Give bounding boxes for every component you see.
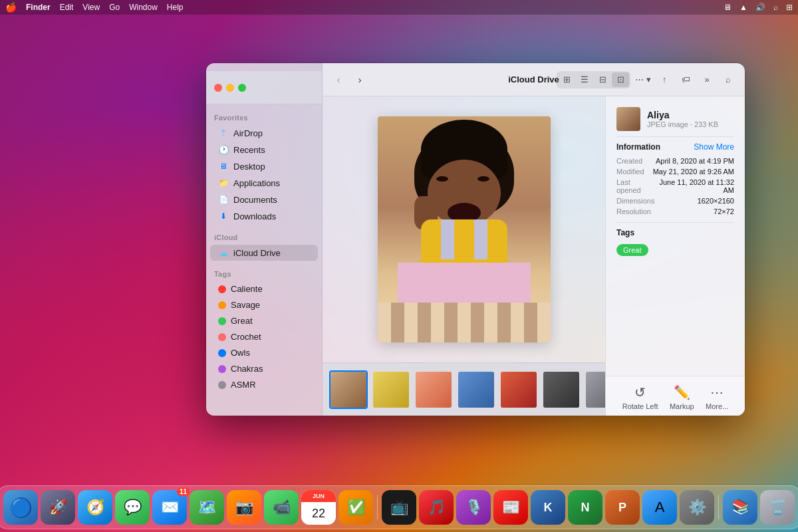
mail-badge: 11 [177, 487, 190, 496]
thumbnail-4[interactable] [499, 370, 538, 409]
back-button[interactable]: ‹ [331, 72, 346, 88]
thumbnail-0[interactable] [329, 370, 368, 409]
photo-image [378, 116, 551, 342]
dock-messages[interactable]: 💬 [115, 490, 150, 525]
control-center-icon[interactable]: ⊞ [786, 3, 793, 12]
traffic-lights [214, 84, 246, 92]
dock-photos[interactable]: 📷 [227, 490, 261, 525]
sidebar-item-downloads[interactable]: ⬇ Downloads [210, 208, 318, 224]
dock-facetime[interactable]: 📹 [264, 490, 299, 525]
dock-mail[interactable]: ✉️ 11 [152, 490, 187, 525]
airdrop-icon: ⇡ [218, 128, 229, 138]
dock-numbers[interactable]: N [568, 490, 602, 525]
dock-finder[interactable]: 🔵 [3, 490, 38, 525]
main-photo-preview[interactable] [378, 116, 551, 342]
sidebar-tag-owls[interactable]: Owls [210, 345, 318, 360]
gallery-view-btn[interactable]: ⊡ [612, 72, 629, 87]
info-section-header: Information Show More [616, 142, 734, 152]
dock-stack[interactable]: 📚 [723, 490, 757, 525]
sort-btn[interactable]: ⋯ ▾ [634, 72, 652, 87]
sidebar-tag-chakras[interactable]: Chakras [210, 361, 318, 376]
dock-keynote[interactable]: K [531, 490, 565, 525]
icloud-section-label: iCloud [206, 229, 322, 244]
file-thumbnail [616, 107, 640, 131]
dock-reminders[interactable]: ✅ [338, 490, 373, 525]
share-btn[interactable]: ↑ [656, 72, 673, 87]
finder-sidebar: Favorites ⇡ AirDrop 🕐 Recents 🖥 Desktop … [206, 63, 323, 416]
sidebar-item-icloud-drive[interactable]: ☁ iCloud Drive [210, 245, 318, 261]
markup-btn[interactable]: ✏️ Markup [670, 384, 694, 410]
maximize-button[interactable] [238, 84, 246, 92]
sidebar-item-documents[interactable]: 📄 Documents [210, 192, 318, 207]
search-icon[interactable]: ⌕ [773, 3, 778, 12]
sidebar-item-desktop[interactable]: 🖥 Desktop [210, 158, 318, 174]
list-view-btn[interactable]: ☰ [576, 72, 593, 87]
show-more-btn[interactable]: Show More [694, 142, 734, 152]
window-title: iCloud Drive [508, 74, 559, 84]
icon-view-btn[interactable]: ⊞ [558, 72, 575, 87]
menubar-edit[interactable]: Edit [60, 3, 74, 12]
thumbnail-2[interactable] [414, 370, 453, 409]
dock-news[interactable]: 📰 [493, 490, 528, 525]
menubar-view[interactable]: View [82, 3, 100, 12]
icloud-icon: ☁ [218, 247, 229, 258]
forward-button[interactable]: › [352, 72, 368, 88]
thumbnail-1[interactable] [372, 370, 410, 409]
finder-window: Favorites ⇡ AirDrop 🕐 Recents 🖥 Desktop … [206, 63, 745, 416]
dock-trash[interactable]: 🗑️ [760, 490, 795, 525]
close-button[interactable] [214, 84, 222, 92]
sidebar-item-applications[interactable]: 📁 Applications [210, 175, 318, 191]
menubar: 🍎 Finder Edit View Go Window Help 🖥 ▲ 🔊 … [0, 0, 798, 15]
sidebar-tag-great[interactable]: Great [210, 313, 318, 329]
more-btn[interactable]: » [698, 72, 716, 87]
dock-pages[interactable]: P [605, 490, 640, 525]
apple-menu[interactable]: 🍎 [5, 2, 17, 13]
dock-appstore[interactable]: A [642, 490, 677, 525]
thumbnail-6[interactable] [585, 370, 605, 409]
divider-1 [616, 136, 734, 137]
wifi-icon[interactable]: ▲ [739, 3, 747, 12]
volume-icon[interactable]: 🔊 [755, 3, 765, 12]
monitor-icon[interactable]: 🖥 [724, 3, 732, 12]
asmr-dot [218, 381, 226, 389]
minimize-button[interactable] [226, 84, 234, 92]
sidebar-tag-asmr[interactable]: ASMR [210, 377, 318, 392]
menubar-left: 🍎 Finder Edit View Go Window Help [5, 2, 184, 13]
dock-safari[interactable]: 🧭 [78, 490, 112, 525]
info-row-resolution: Resolution 72×72 [616, 206, 734, 217]
dock-maps[interactable]: 🗺️ [190, 490, 224, 525]
sidebar-item-airdrop[interactable]: ⇡ AirDrop [210, 125, 318, 141]
dock-podcasts[interactable]: 🎙️ [456, 490, 491, 525]
sidebar-item-recents[interactable]: 🕐 Recents [210, 142, 318, 158]
desktop-icon: 🖥 [218, 161, 229, 172]
menubar-help[interactable]: Help [167, 3, 184, 12]
recents-icon: 🕐 [218, 144, 229, 155]
menubar-go[interactable]: Go [109, 3, 120, 12]
dock-launchpad[interactable]: 🚀 [41, 490, 75, 525]
search-btn[interactable]: ⌕ [720, 72, 737, 87]
menubar-finder[interactable]: Finder [26, 3, 51, 12]
dock-system-prefs[interactable]: ⚙️ [680, 490, 714, 525]
file-name: Aliya [647, 110, 718, 120]
sidebar-tag-crochet[interactable]: Crochet [210, 329, 318, 344]
rotate-left-btn[interactable]: ↺ Rotate Left [622, 384, 658, 410]
more-actions-btn[interactable]: ⋯ More... [706, 384, 728, 410]
dock-music[interactable]: 🎵 [419, 490, 454, 525]
column-view-btn[interactable]: ⊟ [594, 72, 611, 87]
great-tag-badge[interactable]: Great [616, 244, 648, 256]
tags-container: Great [616, 241, 734, 256]
crochet-dot [218, 333, 226, 341]
sidebar-tag-savage[interactable]: Savage [210, 297, 318, 313]
tag-btn[interactable]: 🏷 [677, 72, 694, 87]
info-row-modified: Modified May 21, 2020 at 9:26 AM [616, 166, 734, 177]
applications-icon: 📁 [218, 178, 229, 188]
dock-divider-2 [718, 495, 719, 519]
dock-calendar[interactable]: JUN 22 [301, 490, 336, 525]
thumbnail-5[interactable] [542, 370, 581, 409]
menubar-right: 🖥 ▲ 🔊 ⌕ ⊞ [724, 3, 793, 12]
sidebar-tag-caliente[interactable]: Caliente [210, 281, 318, 297]
thumbnail-3[interactable] [457, 370, 495, 409]
menubar-window[interactable]: Window [129, 3, 158, 12]
savage-dot [218, 301, 226, 309]
dock-appletv[interactable]: 📺 [382, 490, 416, 525]
